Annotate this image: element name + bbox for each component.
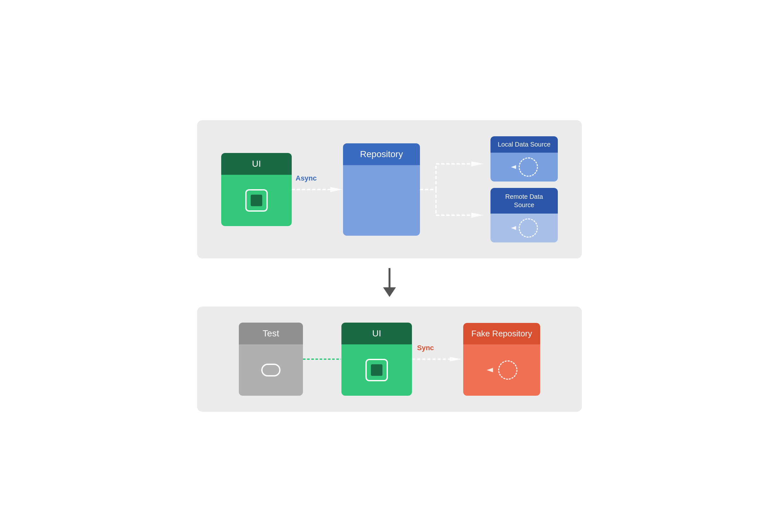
- ui-label-top: UI: [221, 153, 292, 175]
- ui-body-top: [221, 175, 292, 226]
- svg-marker-14: [487, 368, 493, 372]
- ui-label-bottom: UI: [342, 322, 412, 344]
- fork-connector-area: [420, 144, 484, 234]
- ui-fakerepo-connector: Sync: [412, 356, 463, 362]
- ui-box-bottom: UI: [342, 322, 412, 396]
- remote-ds-label: Remote DataSource: [490, 188, 558, 214]
- test-capsule: [261, 364, 281, 376]
- left-arrow-fake-repo: [486, 366, 494, 374]
- top-diagram: UI Async Repository: [197, 120, 582, 258]
- arrow-shaft: [388, 268, 391, 287]
- async-connector-svg: [292, 186, 343, 193]
- local-ds-circle: [519, 158, 538, 177]
- remote-ds-body: [490, 214, 558, 242]
- left-arrow-remote: [511, 225, 517, 231]
- arrow-head: [383, 287, 396, 297]
- ui-body-bottom: [342, 344, 412, 396]
- left-arrow-local: [511, 164, 517, 170]
- repo-box-top: Repository: [343, 143, 420, 236]
- fake-repo-label: Fake Repository: [463, 323, 540, 344]
- data-sources-group: Local Data Source Remote DataSource: [490, 136, 558, 242]
- sync-connector-svg: [412, 356, 463, 362]
- test-ui-svg: [303, 356, 342, 362]
- repo-label-top: Repository: [343, 143, 420, 165]
- fake-repo-circle: [498, 360, 518, 380]
- local-ds-body: [490, 153, 558, 181]
- ui-square-outer: [245, 189, 268, 212]
- local-ds-label: Local Data Source: [490, 136, 558, 153]
- ui-box-top: UI: [221, 153, 292, 226]
- test-box: Test: [239, 322, 303, 396]
- async-label: Async: [296, 174, 317, 182]
- ui-square-outer-bottom: [365, 359, 388, 381]
- test-ui-connector: [303, 356, 342, 362]
- remote-ds-box: Remote DataSource: [490, 188, 558, 242]
- main-container: UI Async Repository: [197, 120, 582, 412]
- svg-marker-13: [450, 357, 462, 361]
- arrow-down-container: [383, 258, 396, 307]
- ui-square-inner: [251, 195, 262, 206]
- remote-ds-circle: [519, 218, 538, 238]
- fork-svg: [420, 144, 484, 234]
- svg-marker-10: [511, 226, 516, 230]
- repo-body-top: [343, 165, 420, 236]
- bottom-diagram: Test UI: [197, 307, 582, 412]
- fake-repo-body: [463, 344, 540, 396]
- fake-repo-box: Fake Repository: [463, 323, 540, 396]
- ui-square-inner-bottom: [371, 364, 382, 376]
- arrow-down: [383, 268, 396, 297]
- svg-marker-5: [471, 161, 483, 166]
- local-ds-box: Local Data Source: [490, 136, 558, 181]
- sync-label: Sync: [417, 344, 434, 352]
- test-body: [239, 344, 303, 396]
- svg-marker-8: [471, 213, 483, 218]
- svg-marker-1: [330, 187, 342, 192]
- svg-marker-9: [511, 165, 516, 169]
- test-label: Test: [239, 322, 303, 344]
